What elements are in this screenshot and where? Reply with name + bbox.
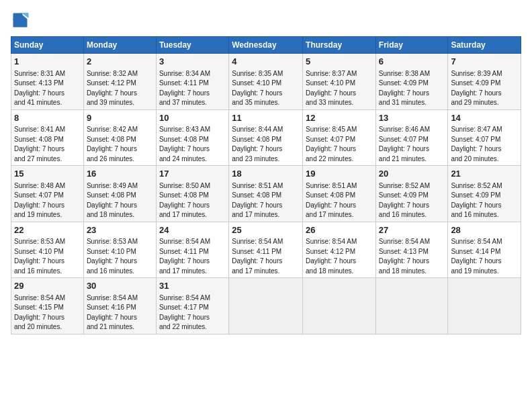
day-cell: 3Sunrise: 8:34 AM Sunset: 4:11 PM Daylig…	[156, 54, 228, 110]
day-cell: 24Sunrise: 8:54 AM Sunset: 4:11 PM Dayli…	[156, 222, 228, 278]
day-cell: 30Sunrise: 8:54 AM Sunset: 4:16 PM Dayli…	[83, 278, 156, 334]
day-number: 1	[14, 56, 81, 68]
day-info: Sunrise: 8:54 AM Sunset: 4:11 PM Dayligh…	[159, 238, 210, 275]
day-cell: 17Sunrise: 8:50 AM Sunset: 4:08 PM Dayli…	[156, 166, 228, 222]
day-info: Sunrise: 8:43 AM Sunset: 4:08 PM Dayligh…	[159, 126, 210, 163]
day-number: 19	[306, 168, 373, 180]
day-info: Sunrise: 8:34 AM Sunset: 4:11 PM Dayligh…	[159, 70, 210, 107]
day-info: Sunrise: 8:49 AM Sunset: 4:08 PM Dayligh…	[87, 182, 138, 219]
day-cell: 2Sunrise: 8:32 AM Sunset: 4:12 PM Daylig…	[83, 54, 156, 110]
day-number: 9	[87, 112, 153, 124]
day-number: 4	[232, 56, 300, 68]
day-info: Sunrise: 8:31 AM Sunset: 4:13 PM Dayligh…	[14, 70, 65, 107]
day-cell	[375, 278, 448, 334]
week-row-5: 29Sunrise: 8:54 AM Sunset: 4:15 PM Dayli…	[11, 278, 521, 334]
day-number: 21	[451, 168, 518, 180]
day-cell: 6Sunrise: 8:38 AM Sunset: 4:09 PM Daylig…	[375, 54, 448, 110]
col-header-monday: Monday	[83, 37, 156, 54]
day-cell: 20Sunrise: 8:52 AM Sunset: 4:09 PM Dayli…	[375, 166, 448, 222]
day-info: Sunrise: 8:51 AM Sunset: 4:08 PM Dayligh…	[306, 182, 357, 219]
day-number: 20	[379, 168, 445, 180]
day-info: Sunrise: 8:54 AM Sunset: 4:13 PM Dayligh…	[379, 238, 430, 275]
day-info: Sunrise: 8:42 AM Sunset: 4:08 PM Dayligh…	[87, 126, 138, 163]
day-cell: 19Sunrise: 8:51 AM Sunset: 4:08 PM Dayli…	[303, 166, 376, 222]
day-cell: 28Sunrise: 8:54 AM Sunset: 4:14 PM Dayli…	[448, 222, 521, 278]
header-row: SundayMondayTuesdayWednesdayThursdayFrid…	[11, 37, 521, 54]
day-cell: 12Sunrise: 8:45 AM Sunset: 4:07 PM Dayli…	[303, 109, 376, 166]
day-number: 22	[14, 224, 81, 236]
day-cell: 22Sunrise: 8:53 AM Sunset: 4:10 PM Dayli…	[11, 222, 84, 278]
day-number: 23	[87, 224, 153, 236]
day-info: Sunrise: 8:52 AM Sunset: 4:09 PM Dayligh…	[379, 182, 430, 219]
day-cell: 26Sunrise: 8:54 AM Sunset: 4:12 PM Dayli…	[303, 222, 376, 278]
day-cell	[303, 278, 376, 334]
day-cell: 18Sunrise: 8:51 AM Sunset: 4:08 PM Dayli…	[229, 166, 303, 222]
day-info: Sunrise: 8:54 AM Sunset: 4:11 PM Dayligh…	[232, 238, 283, 275]
day-cell: 16Sunrise: 8:49 AM Sunset: 4:08 PM Dayli…	[83, 166, 156, 222]
day-info: Sunrise: 8:41 AM Sunset: 4:08 PM Dayligh…	[14, 126, 65, 163]
day-info: Sunrise: 8:53 AM Sunset: 4:10 PM Dayligh…	[14, 238, 65, 275]
day-number: 13	[379, 112, 445, 124]
col-header-wednesday: Wednesday	[229, 37, 303, 54]
day-number: 12	[306, 112, 373, 124]
day-number: 2	[87, 56, 153, 68]
day-info: Sunrise: 8:46 AM Sunset: 4:07 PM Dayligh…	[379, 126, 430, 163]
day-number: 29	[14, 280, 81, 292]
day-number: 17	[159, 168, 226, 180]
day-cell: 9Sunrise: 8:42 AM Sunset: 4:08 PM Daylig…	[83, 109, 156, 166]
col-header-saturday: Saturday	[448, 37, 521, 54]
day-cell: 14Sunrise: 8:47 AM Sunset: 4:07 PM Dayli…	[448, 109, 521, 166]
day-cell: 5Sunrise: 8:37 AM Sunset: 4:10 PM Daylig…	[303, 54, 376, 110]
day-number: 3	[159, 56, 226, 68]
day-number: 26	[306, 224, 373, 236]
day-cell: 31Sunrise: 8:54 AM Sunset: 4:17 PM Dayli…	[156, 278, 228, 334]
day-info: Sunrise: 8:53 AM Sunset: 4:10 PM Dayligh…	[87, 238, 138, 275]
day-cell: 4Sunrise: 8:35 AM Sunset: 4:10 PM Daylig…	[229, 54, 303, 110]
day-cell: 11Sunrise: 8:44 AM Sunset: 4:08 PM Dayli…	[229, 109, 303, 166]
day-info: Sunrise: 8:37 AM Sunset: 4:10 PM Dayligh…	[306, 70, 357, 107]
day-number: 14	[451, 112, 518, 124]
day-number: 5	[306, 56, 373, 68]
day-info: Sunrise: 8:54 AM Sunset: 4:15 PM Dayligh…	[14, 294, 65, 331]
day-cell: 10Sunrise: 8:43 AM Sunset: 4:08 PM Dayli…	[156, 109, 228, 166]
col-header-thursday: Thursday	[303, 37, 376, 54]
day-info: Sunrise: 8:51 AM Sunset: 4:08 PM Dayligh…	[232, 182, 283, 219]
day-info: Sunrise: 8:39 AM Sunset: 4:09 PM Dayligh…	[451, 70, 502, 107]
day-number: 11	[232, 112, 300, 124]
day-number: 6	[379, 56, 445, 68]
day-info: Sunrise: 8:44 AM Sunset: 4:08 PM Dayligh…	[232, 126, 283, 163]
day-number: 15	[14, 168, 81, 180]
day-number: 10	[159, 112, 226, 124]
week-row-3: 15Sunrise: 8:48 AM Sunset: 4:07 PM Dayli…	[11, 166, 521, 222]
day-info: Sunrise: 8:54 AM Sunset: 4:14 PM Dayligh…	[451, 238, 502, 275]
logo	[11, 11, 32, 30]
day-cell	[229, 278, 303, 334]
day-cell: 8Sunrise: 8:41 AM Sunset: 4:08 PM Daylig…	[11, 109, 84, 166]
day-cell: 13Sunrise: 8:46 AM Sunset: 4:07 PM Dayli…	[375, 109, 448, 166]
day-cell: 29Sunrise: 8:54 AM Sunset: 4:15 PM Dayli…	[11, 278, 84, 334]
day-cell: 15Sunrise: 8:48 AM Sunset: 4:07 PM Dayli…	[11, 166, 84, 222]
day-info: Sunrise: 8:45 AM Sunset: 4:07 PM Dayligh…	[306, 126, 357, 163]
day-cell: 23Sunrise: 8:53 AM Sunset: 4:10 PM Dayli…	[83, 222, 156, 278]
day-cell: 1Sunrise: 8:31 AM Sunset: 4:13 PM Daylig…	[11, 54, 84, 110]
page-container: SundayMondayTuesdayWednesdayThursdayFrid…	[0, 0, 532, 341]
day-number: 31	[159, 280, 226, 292]
day-info: Sunrise: 8:52 AM Sunset: 4:09 PM Dayligh…	[451, 182, 502, 219]
col-header-friday: Friday	[375, 37, 448, 54]
day-number: 25	[232, 224, 300, 236]
week-row-1: 1Sunrise: 8:31 AM Sunset: 4:13 PM Daylig…	[11, 54, 521, 110]
day-info: Sunrise: 8:50 AM Sunset: 4:08 PM Dayligh…	[159, 182, 210, 219]
day-number: 28	[451, 224, 518, 236]
day-info: Sunrise: 8:48 AM Sunset: 4:07 PM Dayligh…	[14, 182, 65, 219]
logo-icon	[11, 11, 30, 30]
day-info: Sunrise: 8:32 AM Sunset: 4:12 PM Dayligh…	[87, 70, 138, 107]
day-info: Sunrise: 8:54 AM Sunset: 4:17 PM Dayligh…	[159, 294, 210, 331]
day-number: 24	[159, 224, 226, 236]
week-row-4: 22Sunrise: 8:53 AM Sunset: 4:10 PM Dayli…	[11, 222, 521, 278]
day-cell: 27Sunrise: 8:54 AM Sunset: 4:13 PM Dayli…	[375, 222, 448, 278]
week-row-2: 8Sunrise: 8:41 AM Sunset: 4:08 PM Daylig…	[11, 109, 521, 166]
day-number: 7	[451, 56, 518, 68]
day-number: 30	[87, 280, 153, 292]
day-info: Sunrise: 8:47 AM Sunset: 4:07 PM Dayligh…	[451, 126, 502, 163]
calendar-table: SundayMondayTuesdayWednesdayThursdayFrid…	[11, 36, 521, 334]
